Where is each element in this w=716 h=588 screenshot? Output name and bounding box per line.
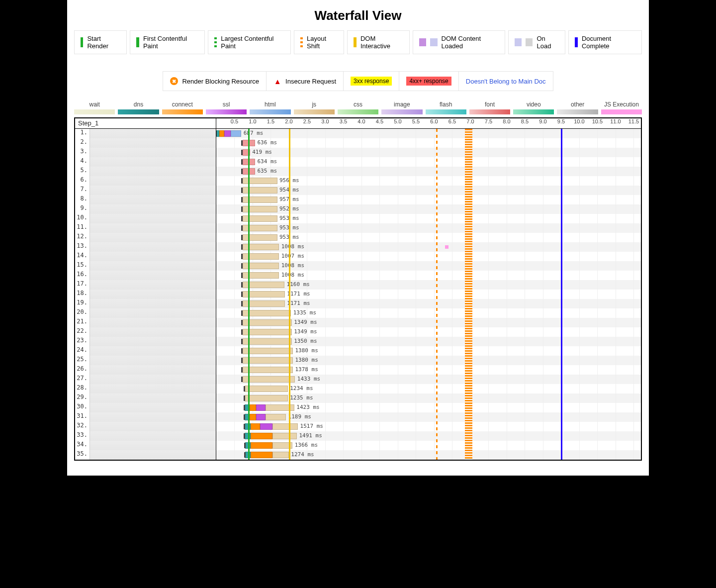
row-number: 19.	[75, 299, 90, 308]
row-track: 1335 ms	[216, 308, 641, 318]
table-row[interactable]: 33.1491 ms	[75, 431, 641, 441]
segment-js	[243, 376, 295, 383]
segment-js	[243, 300, 285, 307]
row-url	[90, 375, 216, 384]
table-row[interactable]: 2.636 ms	[75, 138, 641, 148]
segment-js	[243, 310, 291, 316]
duration-label: 1517 ms	[300, 423, 323, 429]
table-row[interactable]: 23.1350 ms	[75, 337, 641, 346]
table-row[interactable]: 5.635 ms	[75, 167, 641, 176]
table-row[interactable]: 22.1349 ms	[75, 327, 641, 337]
segment-js	[243, 263, 279, 269]
segment-connect	[251, 433, 272, 439]
type-dns: dns	[118, 101, 159, 114]
table-row[interactable]: 28.1234 ms	[75, 384, 641, 393]
table-row[interactable]: 12.953 ms	[75, 233, 641, 242]
table-row[interactable]: 8.957 ms	[75, 195, 641, 204]
table-row[interactable]: 29.1235 ms	[75, 393, 641, 403]
table-row[interactable]: 31.1189 ms	[75, 412, 641, 422]
row-track: 952 ms	[216, 204, 641, 214]
row-track: 1349 ms	[216, 318, 641, 327]
type-video: video	[513, 101, 554, 114]
segment-js	[243, 253, 279, 260]
row-url	[90, 393, 216, 403]
row-url	[90, 261, 216, 271]
segment-dns	[245, 404, 250, 411]
duration-label: 1366 ms	[295, 442, 318, 448]
table-row[interactable]: 4.634 ms	[75, 157, 641, 167]
duration-label: 1235 ms	[290, 394, 313, 401]
type-css: css	[338, 101, 378, 114]
row-url	[90, 403, 216, 412]
segment-dns	[245, 442, 251, 449]
table-row[interactable]: 34.1366 ms	[75, 441, 641, 450]
row-url	[90, 233, 216, 242]
row-number: 23.	[75, 337, 90, 346]
row-track: 1171 ms	[216, 299, 641, 308]
table-row[interactable]: 17.1160 ms	[75, 280, 641, 290]
table-row[interactable]: 6.956 ms	[75, 176, 641, 186]
table-row[interactable]: 32.1517 ms	[75, 422, 641, 431]
row-url	[90, 384, 216, 393]
row-number: 2.	[75, 138, 90, 148]
row-track: 1235 ms	[216, 393, 641, 403]
segment-dns	[245, 433, 251, 439]
chip-4xx: 4xx+ response	[406, 77, 451, 86]
duration-label: 1350 ms	[294, 338, 317, 344]
segment-connect	[251, 442, 272, 449]
duration-label: 1423 ms	[296, 404, 319, 410]
table-row[interactable]: 27.1433 ms	[75, 375, 641, 384]
swatch-icon	[136, 37, 139, 47]
duration-label: 953 ms	[279, 224, 299, 231]
segment-js	[243, 178, 277, 184]
table-row[interactable]: 10.953 ms	[75, 214, 641, 223]
row-number: 12.	[75, 233, 90, 242]
segment-dns	[245, 452, 251, 458]
segment-connect	[219, 130, 224, 137]
segment-jsexec	[445, 245, 448, 249]
table-row[interactable]: 9.952 ms	[75, 204, 641, 214]
duration-label: 1335 ms	[293, 309, 316, 316]
table-row[interactable]: 15.1008 ms	[75, 261, 641, 271]
table-row[interactable]: 13.1008 ms	[75, 242, 641, 252]
table-row[interactable]: 16.1008 ms	[75, 271, 641, 280]
table-row[interactable]: 24.1380 ms	[75, 346, 641, 356]
segment-js	[266, 404, 294, 411]
segment-js	[245, 395, 288, 401]
row-number: 15.	[75, 261, 90, 271]
legend-largest-contentful-paint: Largest Contentful Paint	[208, 30, 291, 54]
table-row[interactable]: 19.1171 ms	[75, 299, 641, 308]
table-row[interactable]: 25.1380 ms	[75, 356, 641, 365]
row-number: 22.	[75, 327, 90, 337]
type-font: font	[469, 101, 510, 114]
row-url	[90, 129, 216, 138]
table-row[interactable]: 3.419 ms	[75, 148, 641, 157]
duration-label: 1274 ms	[291, 451, 314, 458]
table-row[interactable]: 26.1378 ms	[75, 365, 641, 375]
table-row[interactable]: 30.1423 ms	[75, 403, 641, 412]
table-row[interactable]: 20.1335 ms	[75, 308, 641, 318]
swatch-icon	[575, 37, 577, 47]
segment-font	[243, 140, 256, 146]
swatch-icon	[526, 38, 533, 46]
row-url	[90, 290, 216, 299]
row-url	[90, 271, 216, 280]
swatch-icon	[515, 38, 522, 46]
table-row[interactable]: 35.1274 ms	[75, 450, 641, 460]
row-url	[90, 450, 216, 460]
row-url	[90, 412, 216, 422]
table-row[interactable]: 14.1007 ms	[75, 252, 641, 261]
row-url	[90, 365, 216, 375]
segment-js	[243, 367, 293, 373]
table-row[interactable]: 21.1349 ms	[75, 318, 641, 327]
row-track: 635 ms	[216, 167, 641, 176]
table-row[interactable]: 7.954 ms	[75, 186, 641, 195]
row-url	[90, 299, 216, 308]
row-url	[90, 176, 216, 186]
table-row[interactable]: 11.953 ms	[75, 223, 641, 233]
row-url	[90, 167, 216, 176]
segment-js	[272, 433, 297, 439]
table-row[interactable]: 1.687 ms	[75, 129, 641, 138]
row-track: 954 ms	[216, 186, 641, 195]
table-row[interactable]: 18.1171 ms	[75, 290, 641, 299]
